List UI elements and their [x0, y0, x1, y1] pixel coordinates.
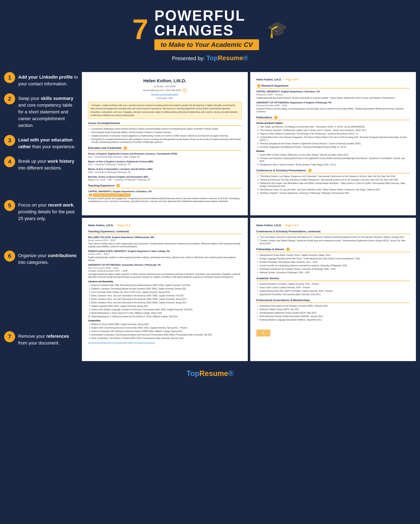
- edu-ma1: Master of Arts in English Literature, Ei…: [88, 160, 242, 166]
- edu-phd: Doctor of English, Eighteenth Century an…: [88, 152, 242, 158]
- prof-2: American Folklore Society (AFS). July 20…: [260, 308, 410, 311]
- lh-4: Ethnic Literature: Race, Sex and Citizen…: [91, 294, 242, 297]
- composition-list: Rhetoric of Humor (ENG 5086), Capital Un…: [88, 323, 242, 340]
- cv-page4-header: Helen Kolton, Litt.D. ~ Page 4 of 4: [256, 224, 410, 227]
- conferences-badge: 6: [308, 169, 312, 172]
- review-2: "Principle and Properties: Exploring Bul…: [260, 157, 410, 163]
- articles-header: Articles and Book Chapters: [256, 122, 410, 125]
- graduation-cap-icon: 🎓: [267, 20, 288, 39]
- cv-section-conferences: Conferences & Scholarly Presentations 6: [256, 169, 410, 173]
- teaching-annotation-5: 5: [89, 193, 92, 197]
- academic-3: Quality Enhancement Plan (QEP) Committee…: [260, 290, 410, 292]
- tip-1-number: 1: [4, 72, 15, 83]
- prof-4: North American Victorian Studies Associa…: [260, 315, 410, 318]
- cv-page-3: Helen Kolton, Litt.D. ~ Page 3 of 4 4 Re…: [250, 72, 416, 215]
- tip-3-number: 3: [4, 135, 15, 146]
- tip-7-text: Remove your references from your documen…: [18, 331, 78, 346]
- lit-hum-header: Literature and Humanities: [88, 280, 242, 283]
- lh-5: Ethnic Literature: Race, Sex and Citizen…: [91, 298, 242, 301]
- tip-5: 5 Focus on your recent work, providing d…: [4, 200, 78, 222]
- teaching-pitt: UNIVERSITY OF PITTSBURGH, Humanities Div…: [88, 263, 242, 278]
- cv-page1-linkedin: linkedin.com/in/helenkolton: [88, 93, 242, 96]
- cv-page3-header: Helen Kolton, Litt.D. ~ Page 3 of 4: [256, 78, 410, 81]
- review-1: "Seven Miles of Steel Thistles: Reflecti…: [260, 154, 410, 156]
- composition-header: Composition: [88, 319, 242, 322]
- article-5: "Reviving Sympathy for the Insane: Hamle…: [260, 142, 410, 145]
- lh-10: World Masterpieces II: Writing Ourselves…: [91, 315, 242, 318]
- conf-5: "Worlding Troblottes." Extreme Appalachi…: [260, 192, 410, 195]
- teaching-pennstate: PENNSYLVANIA STATE UNIVERSITY, English D…: [88, 250, 242, 262]
- reviews-list: "Seven Miles of Steel Thistles: Reflecti…: [256, 154, 410, 166]
- fellow-1: Distinguished Faculty Award. Faculty Cho…: [260, 254, 410, 257]
- teaching-williams: WILLIAMS COLLEGE, English Department | W…: [88, 236, 242, 248]
- comp-4: Intermediate Composition: Discovering Di…: [91, 333, 242, 336]
- comp-2: English 1003: Discovering Discourse Comm…: [91, 326, 242, 329]
- career-item-2: Demonstrated innate leadership abilities…: [91, 131, 242, 134]
- cv-page-2: Helen Kolton, Litt.D. ~ Page 2 of 4 Teac…: [82, 218, 248, 361]
- teaching-badge: 4: [116, 184, 120, 187]
- lit-hum-list: American Literature After 1865: Reconstr…: [88, 284, 242, 318]
- conf-6: "The Lost Slipper: American's Obsession …: [260, 236, 410, 239]
- edu-ma2: Master of Arts in Humanities, Literature…: [88, 168, 242, 174]
- cv-section-conferences-cont: Conferences & Scholarly Presentations, c…: [256, 230, 410, 234]
- tips-sidebar: 1 Add your LinkedIn profile to your cont…: [4, 72, 82, 361]
- articles-list: "Hair, Death, and Memory: The Making of …: [256, 125, 410, 148]
- prof-5: Northeast Modern Language Association (N…: [260, 318, 410, 321]
- academic-4: Appointment Committee, Pennsylvania Stat…: [260, 293, 410, 296]
- cv-page1-vitae: Curriculum Vitae: [88, 97, 242, 100]
- cv-pages: Helen Kolton, Litt.D. Columbus, OH 43209…: [82, 72, 416, 361]
- presented-by: Presented by: TopResume®: [4, 54, 416, 62]
- lh-8: History of the English Language: Evoluti…: [91, 308, 242, 311]
- conf-3: "Writing from the Fringes: Irish Wonderl…: [260, 182, 410, 188]
- tip-2-number: 2: [4, 93, 15, 105]
- review-3: "Breaking the Jaws of Silence Review." W…: [260, 163, 410, 166]
- cv-page4-number: ~: [283, 224, 285, 227]
- fellow-5: Humanities Endowment for Graduate Studie…: [260, 268, 410, 271]
- cv-page-1: Helen Kolton, Litt.D. Columbus, OH 43209…: [82, 72, 248, 215]
- fellowships-list: Distinguished Faculty Award. Faculty Cho…: [256, 254, 410, 274]
- cv-page-4: Helen Kolton, Litt.D. ~ Page 4 of 4 Conf…: [250, 218, 416, 361]
- tip-6-text: Organize your contributions into categor…: [18, 251, 78, 266]
- conferences-cont-list: "The Lost Slipper: American's Obsession …: [256, 236, 410, 245]
- cv-section-education: Education and Credentials 3: [88, 146, 242, 151]
- conferences-list: "The British Empire's Lost Slipper: Dang…: [256, 175, 410, 195]
- tip-1: 1 Add your LinkedIn profile to your cont…: [4, 72, 78, 87]
- cv-section-fellowships: Fellowships & Honors 6: [256, 247, 410, 252]
- research-section-badge: 4: [257, 84, 260, 87]
- prof-3: Interdisciplinary Eighteenth-Century Stu…: [260, 312, 410, 314]
- tip-3-text: Lead with your education rather than you…: [18, 135, 78, 150]
- academic-1: General Education Committee, Capital Uni…: [260, 283, 410, 286]
- article-4: "Undead Blond Hair in the Victorian Imag…: [260, 136, 410, 142]
- research-capital: CAPITAL UNIVERSITY, English Department |…: [256, 90, 410, 99]
- tip-4-number: 4: [4, 156, 15, 167]
- lh-7: English Capstone (ENG 4444), Capital Uni…: [91, 305, 242, 308]
- header-subtitle-bar: to Make to Your Academic CV: [154, 39, 259, 50]
- fellowships-badge: 6: [286, 248, 290, 251]
- cv-page3-number: ~: [283, 78, 285, 81]
- cv-section-teaching: Teaching Experience 4: [88, 184, 242, 188]
- tip-6: 6 Organize your contributions into categ…: [4, 251, 78, 266]
- cv-page1-summary: 2 Energetic, creative professor with ove…: [88, 102, 242, 119]
- fellow-2: Foreign Language Teaching Center Mini-Gr…: [260, 257, 410, 260]
- article-1: "Hair, Death, and Memory: The Making of …: [260, 125, 410, 128]
- publications-badge: 6: [274, 116, 277, 119]
- tip-3: 3 Lead with your education rather than y…: [4, 135, 78, 150]
- footer: TopResume®: [0, 365, 420, 382]
- tip-2-text: Swap your skills summary and core compet…: [18, 93, 78, 129]
- cv-page1-contact: helenkol@email.com | (614) 555-5555 1: [88, 88, 242, 93]
- edu-ba: Bachelor of Arts in Honors English and H…: [88, 175, 242, 181]
- tip-5-number: 5: [4, 200, 15, 211]
- lh-2: Children's Literature: Generating Wonder…: [91, 287, 242, 290]
- career-item-4: Recognized for exceptional performance w…: [91, 138, 242, 144]
- fellow-6: Hallmark Scholar, University of Pittsbur…: [260, 271, 410, 274]
- career-item-1: Consistently challenging current industr…: [91, 128, 242, 130]
- footer-logo: TopResume®: [4, 369, 416, 378]
- website-note: See [Personal Website URL] for all cours…: [88, 341, 242, 344]
- topresume-logo: TopResume®: [206, 54, 248, 61]
- cv-page1-location: Columbus, OH 43209: [88, 85, 242, 88]
- conf-2: "Revival and Reversal: The Rise of Ameri…: [260, 178, 410, 181]
- cv-section-professional: Professional Associations & Memberships: [256, 298, 410, 303]
- references-highlight: 7: [256, 330, 270, 337]
- career-item-3: Enabled prevention of pervasive student …: [91, 134, 242, 137]
- lh-9: World Masterpieces I: Heroic Quest (LIT …: [91, 312, 242, 314]
